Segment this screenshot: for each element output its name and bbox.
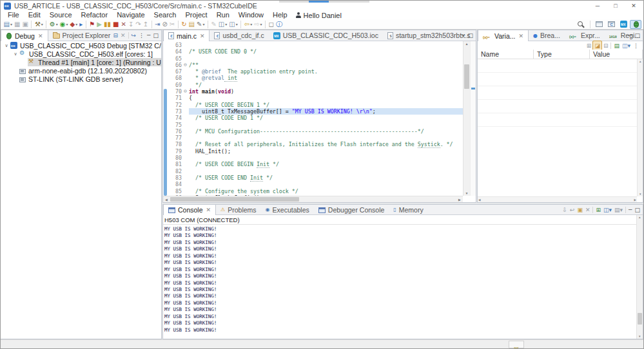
scroll-left-icon[interactable]: ◀ xyxy=(163,196,170,202)
tree-item-arm-none-eabi-gdb[interactable]: arm-none-eabi-gdb (12.1.90.20220802) xyxy=(1,66,161,75)
external-tools-button[interactable]: ◆▾ xyxy=(70,20,79,29)
close-button[interactable]: ✕ xyxy=(625,1,642,11)
view-tab-console[interactable]: Console✕ xyxy=(163,205,216,215)
word-wrap-button[interactable]: ↩ xyxy=(569,205,576,214)
expander-icon[interactable]: ∨ xyxy=(3,43,10,48)
minimize-view-button[interactable]: ─ xyxy=(627,31,633,40)
column-header-name[interactable]: Name xyxy=(478,50,534,59)
search-icon[interactable] xyxy=(578,21,583,26)
tree-item-usb-classic-cdc-h503-elf[interactable]: ∨USB_CLASSIC_CDC_H503.elf [cores: 1] xyxy=(1,50,161,58)
open-window-button[interactable]: ◫▾ xyxy=(228,20,238,29)
console-output[interactable]: H503 COM (CONNECTED) MY USB IS WORKING!M… xyxy=(163,215,636,339)
editor-tab-main-c[interactable]: main.c✕ xyxy=(163,30,210,41)
scroll-down-icon[interactable]: ▼ xyxy=(638,335,641,338)
open-perspective-button[interactable] xyxy=(593,20,605,29)
link-with-editor-button[interactable]: ↪ xyxy=(130,31,138,40)
menu-file[interactable]: File xyxy=(3,11,24,19)
view-tab-project-explorer[interactable]: Project Explorer xyxy=(48,30,115,41)
pin-editor-button[interactable]: ◫▾ xyxy=(218,20,228,29)
overview-ruler[interactable] xyxy=(470,41,476,196)
editor-vertical-scrollbar[interactable]: ▲ ▼ xyxy=(463,41,470,196)
suspend-button[interactable]: ▮▮ xyxy=(103,20,112,29)
save-all-button[interactable]: ▣ xyxy=(21,20,28,29)
scrollbar-thumb[interactable] xyxy=(170,197,299,202)
maximize-button[interactable]: □ xyxy=(607,1,624,11)
view-tab-expr[interactable]: Expr... xyxy=(565,30,605,41)
fold-marker-icon[interactable]: ⊖ xyxy=(182,62,189,68)
show-type-names-button[interactable]: ⊞ xyxy=(585,41,593,50)
step-return-button[interactable]: ↥ xyxy=(142,20,149,29)
debug-perspective-button[interactable] xyxy=(630,20,641,29)
highlight-tool-button[interactable]: ✎▾ xyxy=(196,20,205,29)
scroll-lock-button[interactable]: ⇩ xyxy=(561,205,569,214)
scroll-up-icon[interactable]: ▲ xyxy=(638,216,641,219)
view-tab-debugger-console[interactable]: Debugger Console xyxy=(314,205,389,214)
forward-button[interactable]: ⇨▾ xyxy=(253,20,262,29)
terminate-button[interactable]: ■ xyxy=(112,20,119,29)
menu-search[interactable]: Search xyxy=(150,11,181,19)
save-button[interactable]: ▦ xyxy=(14,20,21,29)
maximize-view-button[interactable]: □ xyxy=(466,31,474,40)
maximize-view-button[interactable]: □ xyxy=(633,205,641,214)
clear-console-button[interactable]: ✕ xyxy=(584,205,592,214)
skip-breakpoints-button[interactable]: ⊘ xyxy=(161,20,168,29)
variables-table-body[interactable] xyxy=(478,59,637,196)
collapse-all-button[interactable]: ⊟ xyxy=(602,41,610,50)
view-tab-executables[interactable]: ◉Executables xyxy=(261,205,314,214)
view-tab-brea[interactable]: ●Brea... xyxy=(529,30,565,41)
scroll-down-icon[interactable]: ▼ xyxy=(639,193,641,196)
open-console-button[interactable]: ⊞ xyxy=(594,205,602,214)
run-to-line-button[interactable]: ⚑ xyxy=(88,20,95,29)
scroll-right-icon[interactable]: ▶ xyxy=(634,198,636,202)
overview-marker[interactable] xyxy=(471,88,475,90)
view-tab-problems[interactable]: ⚠Problems xyxy=(216,205,261,214)
minimize-button[interactable]: ─ xyxy=(589,1,606,11)
view-menu-button[interactable]: ⋮ xyxy=(137,31,146,40)
trim-button[interactable]: ✂ xyxy=(169,20,175,29)
column-header-value[interactable]: Value xyxy=(590,50,643,59)
mark-occurrences-button[interactable]: ✎ xyxy=(210,20,217,29)
menu-project[interactable]: Project xyxy=(181,11,211,19)
menu-run[interactable]: Run xyxy=(212,11,234,19)
close-icon[interactable]: ✕ xyxy=(206,207,211,213)
fold-marker-icon[interactable]: ⊖ xyxy=(182,88,189,95)
notification-cell[interactable]: ▤ xyxy=(509,341,524,348)
scrollbar-thumb[interactable] xyxy=(638,313,642,325)
display-menu-button[interactable]: ◫▾ xyxy=(621,41,632,50)
back-button[interactable]: ⇦▾ xyxy=(244,20,253,29)
import-button[interactable]: ▤ xyxy=(188,20,195,29)
scroll-up-icon[interactable]: ▲ xyxy=(639,60,641,63)
user-label[interactable]: Hello Daniel xyxy=(304,12,342,19)
view-menu-button[interactable]: ⋮ xyxy=(632,41,640,50)
new-console-button[interactable]: ▤▾ xyxy=(613,205,624,214)
menu-refactor[interactable]: Refactor xyxy=(77,11,113,19)
menu-source[interactable]: Source xyxy=(45,11,77,19)
pin-console-button[interactable]: ▣ xyxy=(576,205,584,214)
step-into-button[interactable]: ↧ xyxy=(128,20,134,29)
menu-window[interactable]: Window xyxy=(234,11,268,19)
editor-tab-usb-classic-cdc-h503-ioc[interactable]: USB_CLASSIC_CDC_H503.ioc xyxy=(269,30,383,41)
debug-button[interactable]: ⚙▾ xyxy=(49,20,59,29)
maximize-view-button[interactable]: □ xyxy=(151,31,160,40)
menu-help[interactable]: Help xyxy=(268,11,292,19)
tree-item-thread[interactable]: Thread #1 [main] 1 [core: 1] (Running : … xyxy=(1,58,161,66)
view-tab-memory[interactable]: ▯Memory xyxy=(389,205,427,214)
editor-tab-usbd-cdc-if-c[interactable]: usbd_cdc_if.c xyxy=(210,30,268,41)
tree-item-st-link[interactable]: ST-LINK (ST-LINK GDB server) xyxy=(1,75,161,83)
menu-navigate[interactable]: Navigate xyxy=(112,11,149,19)
last-edit-location-button[interactable]: ◻ xyxy=(268,20,275,29)
scroll-down-icon[interactable]: ▼ xyxy=(463,191,470,195)
variables-horizontal-scrollbar[interactable]: ◀ ▶ xyxy=(478,196,637,202)
close-icon[interactable]: ✕ xyxy=(518,33,523,39)
new-wizard-button[interactable]: ▤▾ xyxy=(3,20,13,29)
minimize-view-button[interactable]: ─ xyxy=(460,31,466,40)
remove-all-terminated-button[interactable]: ✕ xyxy=(119,31,127,40)
view-tab-debug[interactable]: Debug✕ xyxy=(1,30,48,41)
build-button[interactable]: ⚒▾ xyxy=(34,20,44,29)
console-vertical-scrollbar[interactable]: ▲ ▼ xyxy=(636,215,643,339)
display-console-button[interactable]: ◫▾ xyxy=(602,205,613,214)
scroll-right-icon[interactable]: ▶ xyxy=(456,196,463,202)
scroll-left-icon[interactable]: ◀ xyxy=(478,198,480,202)
instruction-stepping-button[interactable]: ⇥ xyxy=(154,20,161,29)
info-button[interactable]: ⓘ xyxy=(275,20,283,29)
